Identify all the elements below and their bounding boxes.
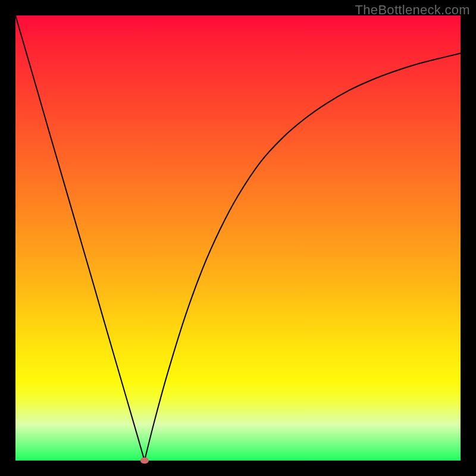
left-branch-curve	[15, 15, 145, 461]
right-branch-curve	[145, 54, 461, 461]
curve-layer	[15, 15, 461, 461]
chart-frame: TheBottleneck.com	[0, 0, 476, 476]
min-point-marker	[140, 458, 149, 464]
plot-area	[15, 15, 461, 461]
